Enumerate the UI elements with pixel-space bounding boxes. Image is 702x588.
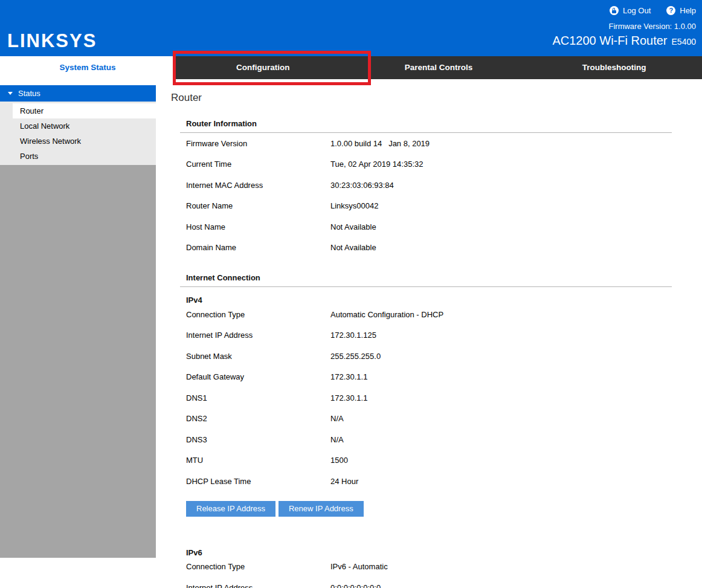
info-row-router-name: Router Name Linksys00042 xyxy=(180,196,672,217)
row-value: 172.30.1.1 xyxy=(330,393,367,402)
ipv4-actions: Release IP Address Renew IP Address xyxy=(180,501,672,517)
tab-troubleshooting[interactable]: Troubleshooting xyxy=(526,56,702,79)
logout-button[interactable]: Log Out xyxy=(610,6,651,15)
info-row-ipv6-connection-type: Connection Type IPv6 - Automatic xyxy=(180,557,672,578)
row-label: Firmware Version xyxy=(186,139,330,148)
info-row-ipv4-internet-ip: Internet IP Address 172.30.1.125 xyxy=(180,325,672,346)
row-value: 172.30.1.125 xyxy=(330,331,376,340)
sidebar-item-router[interactable]: Router xyxy=(13,103,156,118)
row-value: Not Available xyxy=(330,222,376,231)
info-row-mtu: MTU 1500 xyxy=(180,450,672,471)
firmware-version-text: Firmware Version: 1.0.00 xyxy=(608,22,696,31)
info-row-current-time: Current Time Tue, 02 Apr 2019 14:35:32 xyxy=(180,154,672,175)
linksys-logo: LINKSYS xyxy=(7,30,97,52)
caret-down-icon xyxy=(8,92,13,95)
row-value: 24 Hour xyxy=(330,477,358,486)
sidebar-item-wireless-network[interactable]: Wireless Network xyxy=(0,134,156,149)
row-label: DNS3 xyxy=(186,435,330,444)
row-value: Linksys00042 xyxy=(330,201,379,210)
main-nav: System Status Configuration Parental Con… xyxy=(0,56,702,79)
row-value: 0:0:0:0:0:0:0:0 xyxy=(330,583,381,588)
row-label: Internet MAC Address xyxy=(186,181,330,190)
row-label: Host Name xyxy=(186,222,330,231)
info-row-dhcp-lease-time: DHCP Lease Time 24 Hour xyxy=(180,471,672,492)
row-value: IPv6 - Automatic xyxy=(330,562,388,571)
info-row-ipv6-internet-ip: Internet IP Address 0:0:0:0:0:0:0:0 xyxy=(180,577,672,588)
info-row-internet-mac-address: Internet MAC Address 30:23:03:06:93:84 xyxy=(180,175,672,196)
tab-parental-controls[interactable]: Parental Controls xyxy=(351,56,527,79)
sidebar-menu: Router Local Network Wireless Network Po… xyxy=(0,102,156,165)
info-row-dns3: DNS3 N/A xyxy=(180,429,672,450)
product-title: AC1200 Wi-Fi RouterE5400 xyxy=(552,34,696,48)
info-row-subnet-mask: Subnet Mask 255.255.255.0 xyxy=(180,346,672,367)
sidebar: Status Router Local Network Wireless Net… xyxy=(0,85,156,558)
product-name: AC1200 Wi-Fi Router xyxy=(552,34,667,47)
row-value: 255.255.255.0 xyxy=(330,352,381,361)
lock-icon xyxy=(610,6,619,15)
sidebar-item-local-network[interactable]: Local Network xyxy=(0,118,156,134)
row-label: Domain Name xyxy=(186,243,330,252)
row-label: DHCP Lease Time xyxy=(186,477,330,486)
info-row-dns1: DNS1 172.30.1.1 xyxy=(180,387,672,409)
info-row-firmware-version: Firmware Version 1.0.00 build 14 Jan 8, … xyxy=(180,133,672,154)
row-label: Connection Type xyxy=(186,562,330,571)
info-row-host-name: Host Name Not Available xyxy=(180,216,672,237)
section-header-router-information: Router Information xyxy=(180,114,672,133)
row-label: MTU xyxy=(186,456,330,465)
row-value: Tue, 02 Apr 2019 14:35:32 xyxy=(330,160,423,169)
question-icon: ? xyxy=(666,6,675,15)
row-label: Internet IP Address xyxy=(186,583,330,588)
row-label: DNS2 xyxy=(186,414,330,423)
row-value: 1.0.00 build 14 Jan 8, 2019 xyxy=(330,139,430,148)
release-ip-button[interactable]: Release IP Address xyxy=(186,501,275,517)
help-label: Help xyxy=(680,6,696,15)
row-label: Subnet Mask xyxy=(186,352,330,361)
tab-system-status[interactable]: System Status xyxy=(0,56,175,79)
info-row-default-gateway: Default Gateway 172.30.1.1 xyxy=(180,367,672,388)
info-row-ipv4-connection-type: Connection Type Automatic Configuration … xyxy=(180,304,672,325)
sidebar-group-status[interactable]: Status xyxy=(0,85,156,102)
row-label: Connection Type xyxy=(186,310,330,319)
subheader-ipv6: IPv6 xyxy=(180,517,672,557)
page-title: Router xyxy=(171,92,702,104)
logout-label: Log Out xyxy=(623,6,651,15)
row-value: Not Available xyxy=(330,243,376,252)
section-internet-connection: Internet Connection IPv4 Connection Type… xyxy=(180,268,672,588)
info-row-dns2: DNS2 N/A xyxy=(180,409,672,430)
sidebar-filler-panel xyxy=(0,165,156,558)
row-label: Default Gateway xyxy=(186,372,330,381)
row-value: 1500 xyxy=(330,456,348,465)
sidebar-group-label: Status xyxy=(18,89,40,98)
tab-configuration[interactable]: Configuration xyxy=(175,56,351,79)
row-value: 30:23:03:06:93:84 xyxy=(330,181,394,190)
help-button[interactable]: ? Help xyxy=(666,6,696,15)
row-value: N/A xyxy=(330,414,344,423)
header-links: Log Out ? Help xyxy=(610,6,696,15)
product-model: E5400 xyxy=(672,37,696,47)
app-header: LINKSYS Log Out ? Help Firmware Version:… xyxy=(0,0,702,56)
section-header-internet-connection: Internet Connection xyxy=(180,268,672,287)
row-label: Internet IP Address xyxy=(186,331,330,340)
subheader-ipv4: IPv4 xyxy=(180,287,672,304)
row-label: Router Name xyxy=(186,201,330,210)
main-content: Router Router Information Firmware Versi… xyxy=(156,79,702,588)
renew-ip-button[interactable]: Renew IP Address xyxy=(279,501,364,517)
row-label: Current Time xyxy=(186,160,330,169)
row-value: 172.30.1.1 xyxy=(330,372,367,381)
row-label: DNS1 xyxy=(186,393,330,402)
row-value: Automatic Configuration - DHCP xyxy=(330,310,443,319)
section-router-information: Router Information Firmware Version 1.0.… xyxy=(180,114,672,258)
info-row-domain-name: Domain Name Not Available xyxy=(180,237,672,259)
row-value: N/A xyxy=(330,435,344,444)
sidebar-item-ports[interactable]: Ports xyxy=(0,149,156,164)
